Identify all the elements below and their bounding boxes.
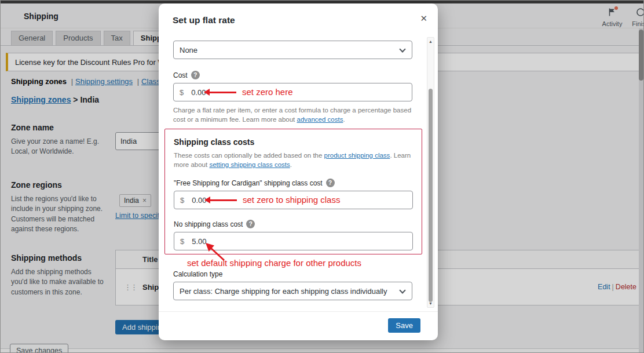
- currency-prefix: $: [174, 237, 184, 246]
- calculation-type-field-label: Calculation type: [173, 270, 412, 278]
- help-icon[interactable]: ?: [246, 220, 255, 228]
- no-class-cost-input-group: $: [174, 232, 413, 250]
- red-arrow-up-left-icon: [201, 242, 230, 261]
- no-class-cost-label: No shipping class cost: [174, 220, 243, 228]
- cost-field-label: Cost ?: [173, 71, 412, 79]
- help-icon[interactable]: ?: [191, 71, 200, 79]
- cost-help-text: Charge a flat rate per item, or enter a …: [173, 106, 412, 124]
- help-icon[interactable]: ?: [326, 179, 335, 187]
- class-costs-description: These costs can optionally be added base…: [174, 151, 413, 169]
- modal-footer: Save: [159, 311, 438, 340]
- modal-title: Set up flat rate: [173, 15, 235, 26]
- product-shipping-class-link[interactable]: product shipping class: [324, 152, 390, 159]
- class-cost-label: "Free Shipping for Cardigan" shipping cl…: [174, 179, 323, 187]
- modal-header: Set up flat rate ✕: [159, 3, 438, 34]
- close-icon[interactable]: ✕: [420, 13, 427, 24]
- cost-help-period: .: [343, 116, 345, 123]
- setting-shipping-class-costs-link[interactable]: setting shipping class costs: [209, 161, 290, 168]
- flat-rate-modal: Set up flat rate ✕ None Cost ? $ set zer…: [159, 3, 438, 340]
- save-button[interactable]: Save: [388, 318, 420, 333]
- scroll-up-icon[interactable]: ▲: [427, 39, 434, 43]
- shipping-class-costs-highlight-box: Shipping class costs These costs can opt…: [164, 129, 422, 254]
- tax-status-select[interactable]: None: [173, 41, 412, 59]
- red-arrow-left-icon: [210, 199, 237, 201]
- tax-status-value: None: [180, 46, 197, 54]
- class-desc-period: .: [290, 161, 292, 168]
- chevron-down-icon: [399, 287, 405, 293]
- cost-input-group: $ set zero here: [173, 83, 412, 101]
- shipping-class-costs-heading: Shipping class costs: [174, 137, 413, 147]
- calculation-type-value: Per class: Charge shipping for each ship…: [180, 287, 387, 296]
- red-arrow-left-icon: [210, 92, 236, 93]
- calculation-type-label: Calculation type: [173, 270, 222, 278]
- cost-label: Cost: [173, 71, 188, 79]
- modal-scrollbar[interactable]: ▲ ▼: [427, 37, 434, 308]
- class-desc-segment: These costs can optionally be added base…: [174, 152, 324, 159]
- modal-body: None Cost ? $ set zero here Charge a fla…: [159, 34, 438, 311]
- advanced-costs-link[interactable]: advanced costs: [297, 116, 343, 123]
- scroll-down-icon[interactable]: ▼: [427, 301, 434, 305]
- cost-help-segment: Charge a flat rate per item, or enter a …: [173, 107, 411, 123]
- modal-content: None Cost ? $ set zero here Charge a fla…: [159, 34, 438, 300]
- cost-annotation: set zero here: [242, 87, 293, 97]
- currency-prefix: $: [174, 88, 184, 97]
- screen: Shipping Activity Finish General Product…: [0, 0, 644, 353]
- class-cost-input-group: $ set zero to shipping class: [174, 191, 413, 209]
- modal-scrollbar-thumb[interactable]: [429, 89, 433, 302]
- chevron-down-icon: [399, 46, 405, 52]
- class-cost-field-label: "Free Shipping for Cardigan" shipping cl…: [174, 179, 413, 187]
- class-cost-annotation: set zero to shipping class: [243, 195, 340, 205]
- calculation-type-select[interactable]: Per class: Charge shipping for each ship…: [173, 282, 412, 300]
- currency-prefix: $: [174, 196, 184, 205]
- no-class-cost-field-label: No shipping class cost ?: [174, 220, 413, 228]
